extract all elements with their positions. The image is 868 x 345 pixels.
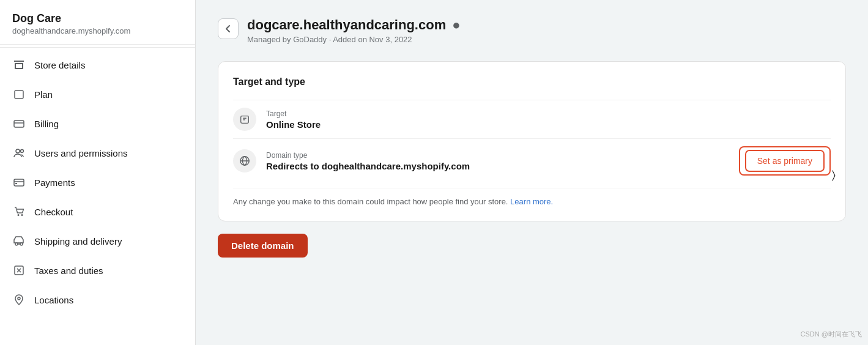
sidebar-header: Dog Care doghealthandcare.myshopify.com <box>0 0 195 45</box>
target-type-card: Target and type Target Online Store <box>218 61 846 221</box>
plan-icon <box>12 87 26 101</box>
set-primary-container: Set as primary 〉 <box>739 146 831 176</box>
page-title: dogcare.healthyandcaring.com ● <box>247 17 461 33</box>
store-icon <box>12 58 26 72</box>
learn-more-link[interactable]: Learn more. <box>510 197 553 206</box>
page-subtitle: Managed by GoDaddy · Added on Nov 3, 202… <box>247 35 461 44</box>
locations-icon <box>12 293 26 306</box>
back-button[interactable] <box>218 18 239 39</box>
domain-type-content: Domain type Redirects to doghealthandcar… <box>266 151 729 171</box>
sidebar-item-taxes[interactable]: Taxes and duties <box>0 256 195 285</box>
store-url: doghealthandcare.myshopify.com <box>12 26 183 35</box>
domain-type-row: Domain type Redirects to doghealthandcar… <box>233 138 831 183</box>
sidebar-label-users: Users and permissions <box>34 148 128 158</box>
sidebar-label-billing: Billing <box>34 119 59 129</box>
svg-point-11 <box>18 297 20 300</box>
svg-rect-1 <box>14 121 24 127</box>
card-title: Target and type <box>233 76 831 87</box>
checkout-icon <box>12 205 26 218</box>
domain-title: dogcare.healthyandcaring.com <box>247 17 446 33</box>
domain-type-icon <box>233 149 256 172</box>
store-name: Dog Care <box>12 12 183 25</box>
domain-type-label: Domain type <box>266 151 729 160</box>
cursor-icon: 〉 <box>832 169 836 182</box>
sidebar-label-taxes: Taxes and duties <box>34 265 103 276</box>
sidebar-item-plan[interactable]: Plan <box>0 80 195 109</box>
billing-icon <box>12 117 26 130</box>
target-label: Target <box>266 109 831 118</box>
watermark: CSDN @时间在飞飞 <box>801 330 862 339</box>
svg-point-9 <box>20 243 23 245</box>
delete-domain-button[interactable]: Delete domain <box>218 234 308 258</box>
svg-point-3 <box>21 150 24 153</box>
sidebar-item-shipping[interactable]: Shipping and delivery <box>0 226 195 256</box>
sidebar-label-locations: Locations <box>34 295 73 305</box>
sidebar-item-checkout[interactable]: Checkout <box>0 197 195 226</box>
svg-point-6 <box>18 214 20 216</box>
users-icon <box>12 146 26 160</box>
sidebar-item-users-permissions[interactable]: Users and permissions <box>0 138 195 168</box>
target-row-icon <box>233 108 256 131</box>
domain-type-value: Redirects to doghealthandcare.myshopify.… <box>266 161 729 171</box>
sidebar: Dog Care doghealthandcare.myshopify.com … <box>0 0 196 345</box>
shipping-icon <box>12 234 26 248</box>
set-primary-outline-box: Set as primary <box>739 146 831 176</box>
page-header: dogcare.healthyandcaring.com ● Managed b… <box>218 17 846 44</box>
svg-point-2 <box>16 149 20 153</box>
target-value: Online Store <box>266 119 831 130</box>
sidebar-divider <box>0 47 195 48</box>
sidebar-item-store-details[interactable]: Store details <box>0 50 195 80</box>
sidebar-item-billing[interactable]: Billing <box>0 109 195 138</box>
set-primary-button[interactable]: Set as primary <box>745 150 825 172</box>
svg-point-7 <box>21 214 23 216</box>
payments-icon <box>12 176 26 189</box>
svg-rect-0 <box>15 91 23 98</box>
sidebar-label-store-details: Store details <box>34 60 85 70</box>
svg-point-8 <box>15 243 18 245</box>
card-footer: Any change you make to this domain could… <box>233 188 831 206</box>
sidebar-item-locations[interactable]: Locations <box>0 285 195 314</box>
sidebar-label-shipping: Shipping and delivery <box>34 236 122 247</box>
taxes-icon <box>12 264 26 277</box>
main-content: dogcare.healthyandcaring.com ● Managed b… <box>196 0 868 345</box>
sidebar-label-payments: Payments <box>34 177 75 188</box>
target-row: Target Online Store <box>233 100 831 138</box>
svg-rect-5 <box>15 183 17 184</box>
svg-rect-4 <box>14 179 24 186</box>
page-title-section: dogcare.healthyandcaring.com ● Managed b… <box>247 17 461 44</box>
sidebar-label-checkout: Checkout <box>34 207 73 217</box>
sidebar-label-plan: Plan <box>34 89 53 100</box>
footer-text: Any change you make to this domain could… <box>233 197 508 206</box>
visibility-icon[interactable]: ● <box>452 17 460 33</box>
target-row-content: Target Online Store <box>266 109 831 130</box>
sidebar-item-payments[interactable]: Payments <box>0 168 195 197</box>
